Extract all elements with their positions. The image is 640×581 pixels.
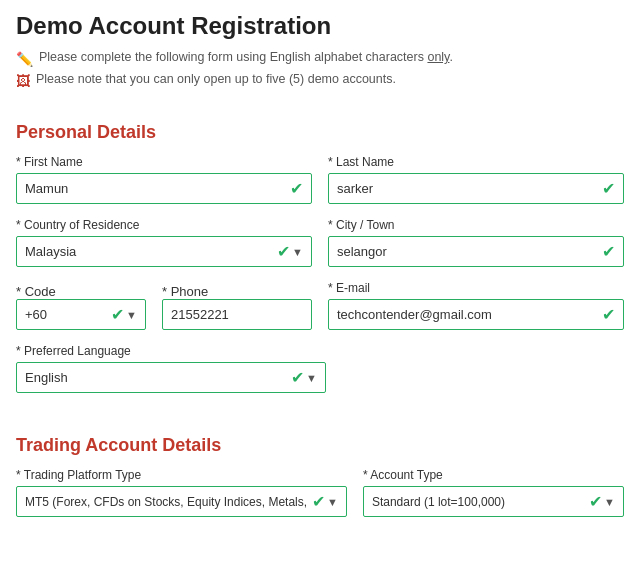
- code-group: * Code +60 ✔ ▼: [16, 284, 146, 330]
- city-group: * City / Town ✔: [328, 218, 624, 267]
- preferred-language-check-icon: ✔: [291, 368, 304, 387]
- notice-1-text: Please complete the following form using…: [39, 50, 453, 64]
- preferred-language-label: * Preferred Language: [16, 344, 326, 358]
- last-name-group: * Last Name ✔: [328, 155, 624, 204]
- preferred-language-select[interactable]: English: [25, 370, 287, 385]
- platform-type-group: * Trading Platform Type MT5 (Forex, CFDs…: [16, 468, 347, 517]
- account-type-select[interactable]: Standard (1 lot=100,000): [372, 495, 585, 509]
- account-type-group: * Account Type Standard (1 lot=100,000) …: [363, 468, 624, 517]
- email-label: * E-mail: [328, 281, 624, 295]
- trading-details-section: Trading Account Details * Trading Platfo…: [16, 435, 624, 517]
- last-name-label: * Last Name: [328, 155, 624, 169]
- country-label: * Country of Residence: [16, 218, 312, 232]
- personal-details-section-title: Personal Details: [16, 122, 624, 143]
- notice-2-text: Please note that you can only open up to…: [36, 72, 396, 86]
- preferred-language-input-wrap: English ✔ ▼: [16, 362, 326, 393]
- country-group: * Country of Residence Malaysia ✔ ▼: [16, 218, 312, 267]
- last-name-input-wrap: ✔: [328, 173, 624, 204]
- country-select[interactable]: Malaysia: [25, 244, 273, 259]
- first-name-input-wrap: ✔: [16, 173, 312, 204]
- image-icon: 🖼: [16, 73, 30, 89]
- first-name-group: * First Name ✔: [16, 155, 312, 204]
- account-type-check-icon: ✔: [589, 492, 602, 511]
- country-city-row: * Country of Residence Malaysia ✔ ▼ * Ci…: [16, 218, 624, 267]
- pencil-icon: ✏️: [16, 51, 33, 67]
- phone-group: * Phone ✔: [162, 284, 312, 330]
- phone-label: * Phone: [162, 284, 312, 299]
- country-dropdown-arrow-icon: ▼: [292, 246, 303, 258]
- email-input-wrap: ✔: [328, 299, 624, 330]
- preferred-language-row: * Preferred Language English ✔ ▼: [16, 344, 624, 393]
- first-name-label: * First Name: [16, 155, 312, 169]
- last-name-check-icon: ✔: [602, 179, 615, 198]
- platform-type-dropdown-arrow-icon: ▼: [327, 496, 338, 508]
- preferred-language-group: * Preferred Language English ✔ ▼: [16, 344, 326, 393]
- phone-input-wrap: ✔: [162, 299, 312, 330]
- platform-type-check-icon: ✔: [312, 492, 325, 511]
- platform-type-input-wrap: MT5 (Forex, CFDs on Stocks, Equity Indic…: [16, 486, 347, 517]
- notice-1: ✏️ Please complete the following form us…: [16, 50, 624, 67]
- page-title: Demo Account Registration: [16, 12, 624, 40]
- account-type-dropdown-arrow-icon: ▼: [604, 496, 615, 508]
- account-type-input-wrap: Standard (1 lot=100,000) ✔ ▼: [363, 486, 624, 517]
- city-input-wrap: ✔: [328, 236, 624, 267]
- code-label: * Code: [16, 284, 146, 299]
- code-phone-email-row: * Code +60 ✔ ▼ * Phone ✔ * E-mail ✔: [16, 281, 624, 330]
- phone-input[interactable]: [171, 307, 339, 322]
- email-check-icon: ✔: [602, 305, 615, 324]
- city-label: * City / Town: [328, 218, 624, 232]
- first-name-input[interactable]: [25, 181, 286, 196]
- last-name-input[interactable]: [337, 181, 598, 196]
- trading-platform-account-row: * Trading Platform Type MT5 (Forex, CFDs…: [16, 468, 624, 517]
- city-check-icon: ✔: [602, 242, 615, 261]
- email-input[interactable]: [337, 307, 598, 322]
- code-input-wrap: +60 ✔ ▼: [16, 299, 146, 330]
- name-row: * First Name ✔ * Last Name ✔: [16, 155, 624, 204]
- trading-details-section-title: Trading Account Details: [16, 435, 624, 456]
- platform-type-select[interactable]: MT5 (Forex, CFDs on Stocks, Equity Indic…: [25, 495, 308, 509]
- account-type-label: * Account Type: [363, 468, 624, 482]
- code-dropdown-arrow-icon: ▼: [126, 309, 137, 321]
- code-check-icon: ✔: [111, 305, 124, 324]
- preferred-language-dropdown-arrow-icon: ▼: [306, 372, 317, 384]
- country-check-icon: ✔: [277, 242, 290, 261]
- first-name-check-icon: ✔: [290, 179, 303, 198]
- email-group: * E-mail ✔: [328, 281, 624, 330]
- code-select[interactable]: +60: [25, 307, 107, 322]
- city-input[interactable]: [337, 244, 598, 259]
- notice-2: 🖼 Please note that you can only open up …: [16, 72, 624, 89]
- platform-type-label: * Trading Platform Type: [16, 468, 347, 482]
- country-input-wrap: Malaysia ✔ ▼: [16, 236, 312, 267]
